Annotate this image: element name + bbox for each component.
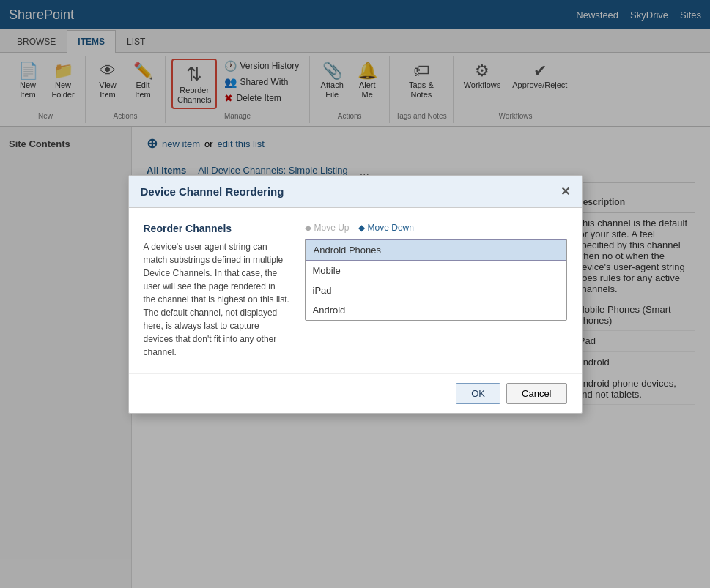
reorder-controls: ◆ Move Up ◆ Move Down bbox=[305, 223, 567, 233]
modal-right-panel: ◆ Move Up ◆ Move Down Android PhonesMobi… bbox=[305, 223, 567, 359]
modal-overlay: Device Channel Reordering ✕ Reorder Chan… bbox=[0, 0, 710, 588]
modal-title: Device Channel Reordering bbox=[141, 185, 284, 198]
move-down-label: Move Down bbox=[368, 223, 414, 233]
move-up-label: Move Up bbox=[314, 223, 350, 233]
channel-item-mobile[interactable]: Mobile bbox=[306, 261, 566, 280]
channel-item-ipad[interactable]: iPad bbox=[306, 280, 566, 300]
move-up-button[interactable]: ◆ Move Up bbox=[305, 223, 350, 233]
channel-item-android-phones[interactable]: Android Phones bbox=[306, 239, 566, 261]
move-down-button[interactable]: ◆ Move Down bbox=[358, 223, 414, 233]
channel-item-android[interactable]: Android bbox=[306, 300, 566, 320]
modal-body: Reorder Channels A device's user agent s… bbox=[129, 208, 582, 373]
modal-close-button[interactable]: ✕ bbox=[561, 185, 570, 198]
move-up-icon: ◆ bbox=[305, 223, 311, 233]
channel-list: Android PhonesMobileiPadAndroid bbox=[305, 239, 567, 321]
cancel-button[interactable]: Cancel bbox=[506, 383, 566, 404]
device-channel-reordering-modal: Device Channel Reordering ✕ Reorder Chan… bbox=[128, 175, 583, 414]
modal-footer: OK Cancel bbox=[129, 373, 582, 413]
ok-button[interactable]: OK bbox=[456, 383, 500, 404]
modal-header: Device Channel Reordering ✕ bbox=[129, 176, 582, 208]
modal-left-panel: Reorder Channels A device's user agent s… bbox=[144, 223, 290, 359]
move-down-icon: ◆ bbox=[358, 223, 365, 233]
reorder-channels-title: Reorder Channels bbox=[144, 223, 290, 234]
reorder-channels-description: A device's user agent string can match s… bbox=[144, 240, 290, 359]
